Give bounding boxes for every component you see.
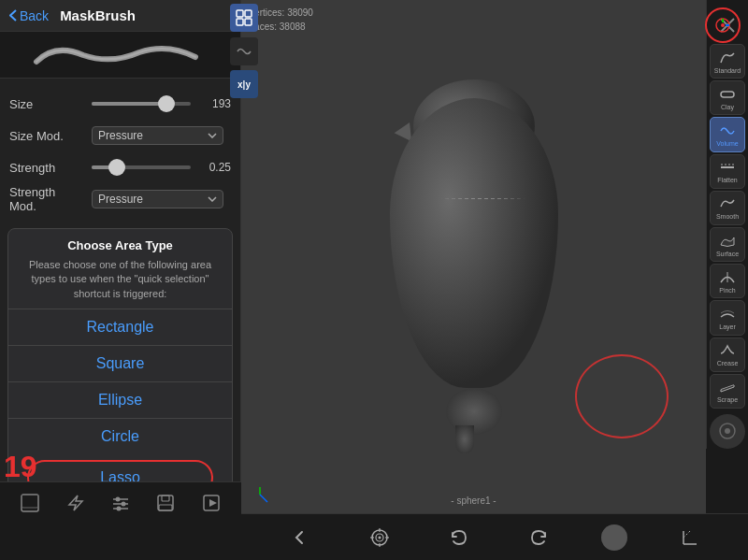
wave-icon	[237, 44, 252, 59]
play-button[interactable]	[196, 488, 226, 518]
ellipse-option[interactable]: Ellipse	[8, 381, 232, 418]
volume-label: Volume	[716, 140, 738, 147]
svg-rect-8	[158, 495, 173, 510]
size-slider[interactable]	[92, 102, 191, 106]
flatten-label: Flatten	[717, 177, 737, 183]
svg-point-30	[725, 428, 730, 434]
strength-mod-select[interactable]: Pressure	[92, 190, 223, 208]
target-button[interactable]	[363, 521, 396, 554]
grid-icon-button[interactable]	[230, 4, 258, 32]
save-button[interactable]	[151, 488, 180, 518]
rectangle-option[interactable]: Rectangle	[8, 309, 232, 345]
model-tip	[455, 425, 474, 453]
svg-point-37	[378, 536, 381, 538]
panel-title: MaskBrush	[60, 7, 136, 23]
svg-point-6	[121, 502, 125, 507]
area-type-dialog: Choose Area Type Please choose one of th…	[7, 228, 233, 506]
grid-bottom-button[interactable]	[673, 521, 707, 554]
selection-line	[399, 192, 568, 199]
icon-button-2[interactable]	[230, 37, 258, 65]
size-mod-control-row: Size Mod. Pressure	[9, 123, 231, 148]
gyro-icon	[713, 16, 732, 35]
svg-rect-15	[237, 19, 243, 25]
strength-slider[interactable]	[92, 165, 191, 169]
crease-tool[interactable]: Crease	[710, 337, 745, 372]
svg-rect-1	[22, 495, 38, 508]
3d-model	[371, 79, 577, 435]
back-nav-button[interactable]	[283, 521, 317, 554]
standard-tool[interactable]: Standard	[710, 44, 745, 79]
svg-rect-25	[721, 92, 734, 97]
smooth-tool[interactable]: Smooth	[710, 191, 745, 225]
top-right-indicator[interactable]	[705, 7, 741, 43]
model-bottom	[446, 388, 502, 435]
svg-point-34	[721, 23, 725, 27]
svg-point-5	[115, 497, 120, 502]
number-badge: 19	[4, 452, 37, 481]
sliders-button[interactable]	[106, 488, 136, 518]
layers-button[interactable]	[15, 488, 45, 518]
clay-tool[interactable]: Clay	[710, 80, 745, 115]
svg-rect-9	[162, 495, 169, 501]
strength-mod-label: Strength Mod.	[9, 185, 84, 213]
strength-mod-value: Pressure	[98, 193, 143, 206]
size-control-row: Size 193	[9, 92, 231, 116]
svg-rect-10	[159, 505, 172, 510]
svg-rect-14	[245, 10, 252, 17]
dialog-description: Please choose one of the following area …	[8, 258, 232, 301]
strength-value: 0.25	[198, 161, 231, 174]
smooth-label: Smooth	[716, 213, 739, 220]
volume-tool[interactable]: Volume	[710, 117, 745, 151]
bottom-bar	[241, 513, 748, 560]
brush-preview	[0, 32, 240, 79]
chevron-down-icon-2	[208, 196, 217, 202]
sphere-label: - sphere1 -	[451, 495, 496, 506]
dot-indicator	[601, 524, 627, 551]
circle-option[interactable]: Circle	[8, 418, 232, 454]
surface-tool[interactable]: Surface	[710, 227, 745, 262]
bottom-toolbar	[0, 481, 241, 524]
square-option[interactable]: Square	[8, 345, 232, 381]
crease-label: Crease	[717, 360, 739, 366]
red-circle-selection	[575, 354, 669, 438]
panel-header: Back MaskBrush	[0, 0, 240, 32]
scrape-tool[interactable]: Scrape	[710, 374, 745, 409]
size-mod-label: Size Mod.	[9, 129, 84, 143]
brush-stroke-svg	[27, 38, 214, 71]
main-viewport[interactable]: Vertices: 38090 Faces: 38088	[241, 0, 706, 513]
xy-row	[0, 79, 240, 86]
svg-rect-16	[245, 19, 252, 25]
icon-button-xy[interactable]: x|y	[230, 70, 258, 98]
left-panel: Back MaskBrush Size 193 Size Mod. Pressu…	[0, 0, 241, 524]
settings-round-button[interactable]	[710, 414, 745, 449]
back-button[interactable]: Back	[9, 8, 49, 23]
standard-label: Standard	[714, 67, 741, 74]
lightning-button[interactable]	[61, 488, 91, 518]
layer-label: Layer	[719, 323, 736, 330]
surface-label: Surface	[716, 251, 739, 257]
controls-area: Size 193 Size Mod. Pressure Strength 0.2…	[0, 86, 240, 224]
redo-button[interactable]	[522, 521, 555, 554]
strength-mod-control-row: Strength Mod. Pressure	[9, 187, 231, 211]
size-label: Size	[9, 97, 84, 111]
size-mod-select[interactable]: Pressure	[92, 126, 223, 145]
undo-button[interactable]	[442, 521, 476, 554]
size-value: 193	[198, 97, 231, 110]
strength-control-row: Strength 0.25	[9, 155, 231, 179]
clay-label: Clay	[721, 104, 734, 110]
dialog-title: Choose Area Type	[8, 238, 232, 252]
layer-tool[interactable]: Layer	[710, 300, 745, 335]
svg-point-7	[116, 507, 121, 511]
model-body	[390, 98, 558, 388]
settings-icon	[718, 422, 737, 440]
grid-icon	[236, 9, 252, 26]
right-panel: Standard Clay Volume Flatten Smooth Surf…	[706, 0, 748, 449]
axis-indicator	[251, 485, 269, 504]
pinch-tool[interactable]: Pinch	[710, 264, 745, 298]
flatten-tool[interactable]: Flatten	[710, 154, 745, 189]
scrape-label: Scrape	[717, 396, 738, 403]
svg-rect-13	[237, 10, 243, 17]
pinch-label: Pinch	[719, 287, 736, 294]
svg-line-22	[260, 495, 267, 502]
svg-marker-12	[209, 499, 217, 507]
